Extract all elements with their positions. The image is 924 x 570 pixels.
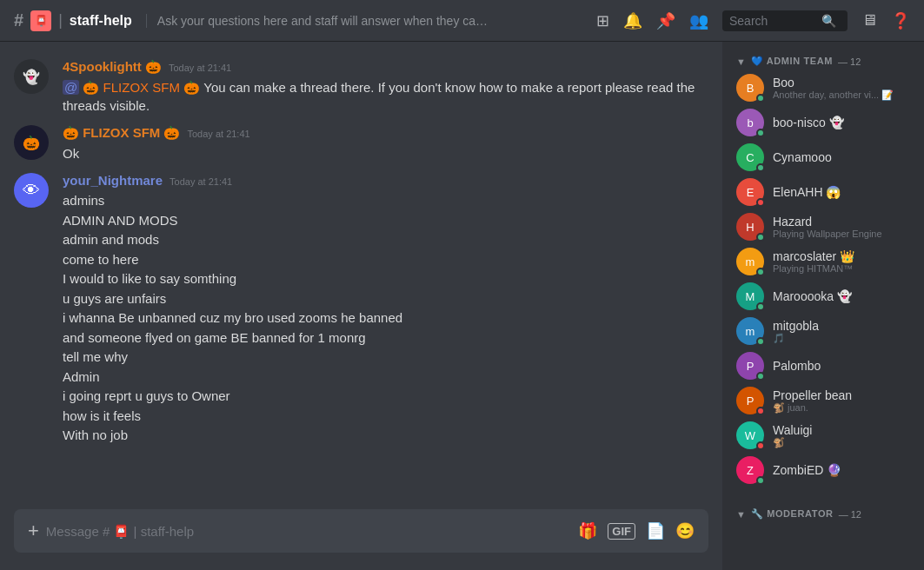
section-label: 💙 ADMIN TEAM [751, 56, 833, 67]
section-count: — 12 [838, 56, 861, 67]
highlighted-user: 🎃 FLIZOX SFM 🎃 [83, 80, 203, 95]
member-name: Palombo [773, 359, 910, 373]
member-name: ZombiED 🔮 [773, 463, 910, 477]
member-name: marcoslater 👑 [773, 249, 910, 263]
message-line: u guys are unfairs [63, 289, 708, 309]
member-avatar-wrap: m [736, 317, 764, 345]
member-info: boo-nisco 👻 [773, 116, 910, 129]
pin-icon[interactable]: 📌 [656, 11, 675, 30]
member-avatar-wrap: M [736, 282, 764, 310]
channel-name: staff-help [70, 13, 132, 29]
messages-list: 👻 4Spooklightt 🎃 Today at 21:41 @ 🎃 FLIZ… [0, 42, 722, 502]
member-info: ZombiED 🔮 [773, 463, 910, 477]
username[interactable]: your_Nightmare [63, 173, 163, 188]
member-name: Boo [773, 76, 910, 89]
member-avatar-wrap: C [736, 143, 764, 171]
message-group: 🎃 🎃 FLIZOX SFM 🎃 Today at 21:41 Ok [0, 122, 722, 166]
status-indicator [756, 476, 765, 485]
member-item[interactable]: H Hazard Playing Wallpaper Engine [729, 209, 917, 244]
member-info: Boo Another day, another vi... 📝 [773, 76, 910, 101]
members-icon[interactable]: 👥 [689, 11, 708, 30]
member-avatar-wrap: W [736, 421, 764, 449]
message-line: With no job [63, 426, 708, 446]
timestamp: Today at 21:41 [170, 176, 232, 187]
member-item[interactable]: M Marooooka 👻 [729, 279, 917, 314]
channel-topic: Ask your questions here and staff will a… [146, 14, 494, 28]
member-avatar-wrap: E [736, 178, 764, 206]
member-avatar-wrap: m [736, 248, 764, 275]
member-name: Cynamooo [773, 150, 910, 164]
member-item[interactable]: m mitgobla 🎵 [729, 314, 917, 348]
username[interactable]: 4Spooklightt 🎃 [63, 59, 162, 75]
hashtag-icon[interactable]: ⊞ [596, 11, 609, 30]
admin-section-header[interactable]: ▼ 💙 ADMIN TEAM — 12 [722, 42, 924, 70]
member-item[interactable]: P Palombo [729, 348, 917, 383]
message-line: tell me why [63, 348, 708, 368]
gif-button[interactable]: GIF [608, 523, 635, 540]
member-activity: Another day, another vi... 📝 [773, 89, 910, 101]
message-line: admin and mods [63, 230, 708, 250]
member-info: Cynamooo [773, 150, 910, 164]
member-item[interactable]: Z ZombiED 🔮 [729, 453, 917, 487]
member-activity: 🐒 juan. [773, 402, 910, 414]
status-indicator [756, 198, 765, 207]
input-icons: 🎁 GIF 📄 😊 [578, 521, 695, 540]
message-content: 🎃 FLIZOX SFM 🎃 Today at 21:41 Ok [63, 125, 708, 162]
avatar: 🎃 [14, 125, 49, 160]
member-avatar-wrap: H [736, 213, 764, 241]
member-item[interactable]: E ElenAHH 😱 [729, 175, 917, 209]
search-bar[interactable]: 🔍 [722, 10, 848, 31]
member-item[interactable]: m marcoslater 👑 Playing HITMAN™ [729, 244, 917, 279]
member-avatar-wrap: Z [736, 456, 764, 484]
message-line: Admin [63, 368, 708, 388]
section-label: 🔧 MODERATOR [751, 508, 834, 520]
emoji-icon[interactable]: 😊 [675, 521, 695, 540]
message-line: ADMIN AND MODS [63, 211, 708, 231]
member-info: Hazard Playing Wallpaper Engine [773, 215, 910, 239]
avatar: 👻 [14, 59, 49, 94]
help-icon[interactable]: ❓ [891, 11, 910, 30]
notification-bell-icon[interactable]: 🔔 [623, 11, 642, 30]
add-attachment-button[interactable]: + [28, 509, 39, 553]
hash-icon: # [14, 10, 23, 30]
file-upload-icon[interactable]: 📄 [646, 521, 665, 540]
member-item[interactable]: b boo-nisco 👻 [729, 105, 917, 140]
member-activity: 🎵 [773, 333, 910, 344]
header-divider: | [58, 11, 63, 30]
member-info: Palombo [773, 359, 910, 373]
members-sidebar: ▼ 💙 ADMIN TEAM — 12 B Boo Another day, a… [722, 42, 924, 570]
member-info: ElenAHH 😱 [773, 185, 910, 199]
message-input[interactable] [46, 514, 571, 549]
moderator-section-header[interactable]: ▼ 🔧 MODERATOR — 12 [722, 494, 924, 523]
member-item[interactable]: B Boo Another day, another vi... 📝 [729, 70, 917, 105]
message-input-container: + 🎁 GIF 📄 😊 [14, 509, 708, 553]
channel-icon: 📮 [30, 10, 51, 31]
gift-icon[interactable]: 🎁 [578, 521, 597, 540]
member-info: Propeller bean 🐒 juan. [773, 388, 910, 414]
status-indicator [756, 372, 765, 381]
member-info: Waluigi 🐒 [773, 423, 910, 448]
member-name: Propeller bean [773, 388, 910, 402]
mention: @ [63, 80, 79, 95]
member-name: boo-nisco 👻 [773, 116, 910, 129]
member-item[interactable]: C Cynamooo [729, 140, 917, 175]
status-indicator [756, 163, 765, 172]
message-text: admins ADMIN AND MODS admin and mods com… [63, 191, 708, 446]
status-indicator [756, 94, 765, 103]
search-icon: 🔍 [821, 14, 836, 28]
member-item[interactable]: P Propeller bean 🐒 juan. [729, 383, 917, 418]
member-avatar-wrap: B [736, 74, 764, 102]
message-line: come to here [63, 250, 708, 270]
message-line: and someone flyed on game BE banned for … [63, 328, 708, 348]
member-item[interactable]: W Waluigi 🐒 [729, 418, 917, 453]
message-line: i whanna Be unbanned cuz my bro used zoo… [63, 308, 708, 328]
status-indicator [756, 441, 765, 450]
member-name: Marooooka 👻 [773, 289, 910, 303]
search-input[interactable] [729, 14, 816, 28]
message-text: @ 🎃 FLIZOX SFM 🎃 You can make a thread t… [63, 78, 708, 115]
inbox-icon[interactable]: 🖥 [861, 11, 877, 30]
message-line: admins [63, 191, 708, 211]
chat-area: 👻 4Spooklightt 🎃 Today at 21:41 @ 🎃 FLIZ… [0, 42, 722, 570]
member-name: Waluigi [773, 423, 910, 437]
username[interactable]: 🎃 FLIZOX SFM 🎃 [63, 125, 181, 141]
